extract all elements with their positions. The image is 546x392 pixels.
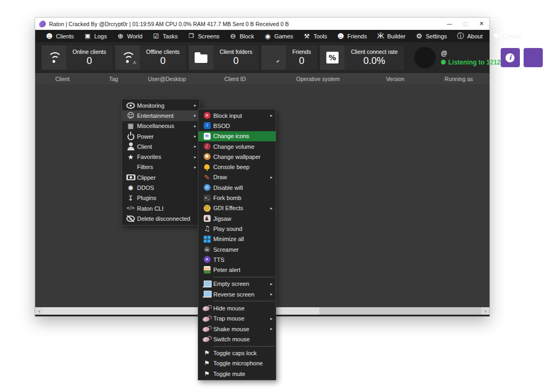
menu-item-switch-mouse[interactable]: Switch mouse [198, 334, 276, 344]
menu-item-reverse-screen[interactable]: Reverse screen▸ [198, 289, 276, 299]
menu-item-console-beep[interactable]: Console beep [198, 162, 276, 172]
menu-item-entertainment[interactable]: ☺Entertainment▸ [122, 110, 199, 121]
menu-item-change-icons[interactable]: ≡Change icons [198, 131, 276, 141]
menu-item-raton-cli[interactable]: </>Raton CLI [122, 203, 199, 213]
menu-item-toggle-microphone[interactable]: ⚑Toggle microphone [198, 358, 276, 369]
menubar-item-block[interactable]: ⊖Block [224, 32, 259, 40]
menu-item-label: Minimize all [213, 236, 244, 242]
menu-item-label: Jigsaw [213, 215, 231, 222]
menu-item-toggle-caps-lock[interactable]: ⚑Toggle caps lock [198, 348, 276, 358]
stats-bar: Online clients0⚠Offline clients0Client f… [35, 42, 489, 73]
menubar-item-tasks[interactable]: ☑Tasks [147, 32, 182, 40]
stat-value: 0.0% [363, 55, 385, 67]
menu-item-icon-box: ✺ [124, 184, 137, 192]
scroll-right-arrow[interactable]: › [481, 307, 489, 315]
menu-item-favorites[interactable]: ★Favorites▸ [122, 151, 199, 162]
info-button[interactable]: i [501, 48, 520, 67]
menu-item-filters[interactable]: Filters▸ [122, 162, 199, 172]
stat-card-offline-clients: ⚠Offline clients0 [115, 45, 186, 70]
menubar-item-credits[interactable]: ♥Credits [487, 32, 526, 40]
menu-item-block-input[interactable]: ✕Block input▸ [198, 110, 276, 121]
stat-card-client-connect-rate: %Client connect rate0.0% [320, 45, 404, 70]
menu-item-bsod[interactable]: :(BSOD [198, 121, 276, 131]
menu-item-power[interactable]: Power▸ [122, 131, 199, 141]
entertainment-submenu: ✕Block input▸:(BSOD≡Change icons♪Change … [198, 109, 276, 380]
menu-item-play-sound[interactable]: ♫Play sound [198, 223, 276, 234]
menu-item-peter-alert[interactable]: Peter alert [198, 265, 276, 275]
menu-item-delete-disconnected[interactable]: Delete disconnected [122, 213, 199, 223]
stat-icon-box [189, 45, 213, 70]
menu-item-plugins[interactable]: ↧Plugins [122, 193, 199, 203]
menu-item-miscellaneous[interactable]: ▦Miscellaneous▸ [122, 121, 199, 131]
menu-item-icon-box [200, 164, 213, 171]
menubar-item-tools[interactable]: ⚒Tools [298, 32, 332, 40]
clients-icon: ☻ [45, 32, 53, 40]
column-header-running-as[interactable]: Running as [428, 76, 489, 82]
menu-item-gdi-effects[interactable]: ☺GDI Effects▸ [198, 203, 276, 213]
menu-item-draw[interactable]: ✎Draw▸ [198, 172, 276, 182]
submenu-arrow-icon: ▸ [270, 326, 276, 331]
column-header-client[interactable]: Client [35, 76, 90, 82]
menubar-item-friends[interactable]: ☻Friends [332, 32, 372, 40]
menu-item-empty-screen[interactable]: Empty screen▸ [198, 279, 276, 289]
console-beep-icon [204, 164, 211, 171]
menu-item-fork-bomb[interactable]: >_Fork bomb [198, 193, 276, 203]
stat-label: Client folders [220, 49, 252, 55]
menu-item-monitoring[interactable]: Monitoring▸ [122, 100, 199, 110]
copy-clients-button[interactable] [524, 48, 543, 67]
scroll-left-arrow[interactable]: ‹ [35, 307, 43, 315]
menu-item-icon-box: ✎ [200, 173, 213, 181]
minimize-button[interactable]: — [441, 18, 457, 30]
menu-item-label: Delete disconnected [137, 215, 190, 222]
menu-item-label: Toggle microphone [213, 360, 263, 366]
menu-item-icon-box [124, 102, 137, 109]
menu-item-trap-mouse[interactable]: Trap mouse▸ [198, 314, 276, 324]
stat-icon-box: ⚠ [115, 45, 140, 70]
scrollbar-thumb[interactable] [43, 307, 319, 315]
menubar-item-world[interactable]: ⊕World [111, 32, 147, 40]
column-header-user-desktop[interactable]: User@Desktop [138, 76, 197, 82]
about-icon: ⓘ [456, 32, 464, 40]
block-input-icon: ✕ [204, 112, 211, 119]
menubar-item-about[interactable]: ⓘAbout [452, 32, 487, 40]
menu-item-label: Clipper [137, 174, 156, 181]
menu-item-icon-box [200, 291, 213, 298]
bsod-icon: :( [204, 122, 211, 129]
close-button[interactable]: ✕ [473, 18, 489, 30]
play-sound-icon: ♫ [203, 225, 211, 233]
menu-item-clipper[interactable]: Clipper [122, 172, 199, 182]
menu-item-shake-mouse[interactable]: Shake mouse▸ [198, 324, 276, 334]
column-header-version[interactable]: Version [362, 76, 428, 82]
menu-item-screamer[interactable]: ☠Screamer [198, 244, 276, 254]
column-header-operative-system[interactable]: Operative system [274, 76, 362, 82]
menubar-item-settings[interactable]: ⚙Settings [411, 32, 452, 40]
menu-item-toggle-mute[interactable]: ⚑Toggle mute [198, 369, 276, 379]
menu-item-change-volume[interactable]: ♪Change volume [198, 141, 276, 151]
menubar-item-builder[interactable]: ӜBuilder [372, 32, 410, 40]
menu-item-icon-box [200, 236, 213, 243]
menu-item-tts[interactable]: ✦TTS [198, 254, 276, 265]
menu-item-jigsaw[interactable]: ♟Jigsaw [198, 213, 276, 223]
world-icon: ⊕ [116, 32, 124, 40]
menu-item-client[interactable]: Client▸ [122, 141, 199, 151]
maximize-button[interactable]: ▢ [457, 18, 473, 30]
menubar-item-screens[interactable]: ❐Screens [182, 32, 224, 40]
menu-item-icon-box: ✦ [200, 256, 213, 263]
menubar-item-games[interactable]: ◉Games [259, 32, 298, 40]
column-header-tag[interactable]: Tag [90, 76, 137, 82]
column-header-client-id[interactable]: Client ID [196, 76, 274, 82]
window-titlebar[interactable]: Raton | Cracked By @Drcrypt0r | 01:19:59… [35, 18, 489, 30]
flag-icon: ⚑ [203, 370, 211, 378]
menubar-item-clients[interactable]: ☻Clients [41, 32, 79, 40]
menu-item-hide-mouse[interactable]: Hide mouse [198, 303, 276, 313]
hide-mouse-icon [203, 305, 212, 311]
disable-wifi-icon: ⊘ [204, 184, 211, 191]
menu-item-change-wallpaper[interactable]: ✽Change wallpaper [198, 151, 276, 162]
submenu-arrow-icon: ▸ [270, 206, 276, 211]
stat-card-client-folders: Client folders0 [189, 45, 259, 70]
menubar-item-logs[interactable]: ▣Logs [79, 32, 112, 40]
menu-item-label: Miscellaneous [137, 123, 174, 129]
menu-item-disable-wifi[interactable]: ⊘Disable wifi [198, 182, 276, 193]
menu-item-ddos[interactable]: ✺DDOS [122, 182, 199, 193]
menu-item-minimize-all[interactable]: Minimize all [198, 234, 276, 244]
